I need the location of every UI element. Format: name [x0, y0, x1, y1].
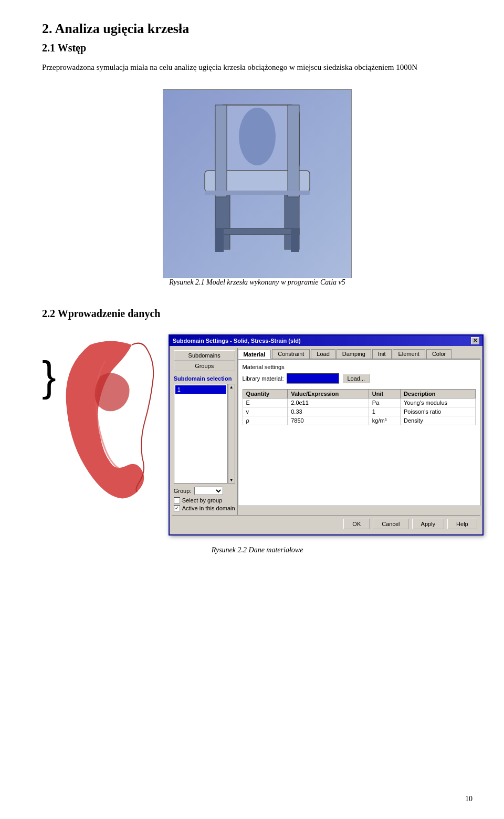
- tab-load[interactable]: Load: [311, 349, 335, 359]
- left-panel: Subdomains Groups Subdomain selection 1 …: [172, 348, 238, 515]
- col-unit: Unit: [369, 389, 400, 398]
- dialog-body: Subdomains Groups Subdomain selection 1 …: [170, 346, 482, 534]
- svg-point-1: [239, 108, 276, 165]
- value-v[interactable]: 0.33: [288, 407, 369, 416]
- tab-content-material: Material settings Library material: Load…: [238, 359, 480, 506]
- select-by-group-row[interactable]: Select by group: [174, 497, 235, 503]
- table-row-rho: ρ 7850 kg/m³ Density: [243, 416, 475, 425]
- chapter-title: 2. Analiza ugięcia krzesła: [42, 21, 472, 37]
- subdomain-scrollbar[interactable]: ▲ ▼: [228, 384, 235, 484]
- col-description: Description: [401, 389, 476, 398]
- subdomain-item[interactable]: 1: [175, 385, 226, 394]
- select-by-group-label: Select by group: [182, 497, 222, 503]
- svg-rect-8: [215, 228, 224, 252]
- unit-rho: kg/m³: [369, 416, 400, 425]
- section1-heading: 2.1 Wstęp: [42, 42, 472, 54]
- tab-element[interactable]: Element: [393, 349, 425, 359]
- desc-v: Poisson's ratio: [401, 407, 476, 416]
- quantity-E: E: [243, 398, 288, 407]
- right-panel: Material Constraint Load Damping Init El…: [238, 348, 480, 515]
- library-material-row: Library material: Load...: [243, 373, 476, 384]
- tab-subdomains[interactable]: Subdomains: [174, 350, 235, 361]
- active-in-domain-row[interactable]: Active in this domain: [174, 505, 235, 511]
- value-E[interactable]: 2.0e11: [288, 398, 369, 407]
- section2-number: 2.2: [42, 308, 55, 319]
- figure1-caption: Rysunek 2.1 Model krzesła wykonany w pro…: [169, 278, 345, 287]
- tab-constraint[interactable]: Constraint: [272, 349, 310, 359]
- unit-E: Pa: [369, 398, 400, 407]
- section1-number: 2.1: [42, 42, 55, 54]
- intro-paragraph: Przeprowadzona symulacja miała na celu a…: [42, 61, 472, 74]
- unit-v: 1: [369, 407, 400, 416]
- help-button[interactable]: Help: [447, 519, 477, 529]
- dialog-window-wrapper: Subdomain Settings - Solid, Stress-Strai…: [169, 334, 484, 536]
- figure2-caption-container: Rysunek 2.2 Dane materiałowe: [42, 546, 472, 554]
- bracket-symbol: }: [42, 355, 56, 397]
- active-in-domain-checkbox[interactable]: [174, 505, 180, 511]
- group-label: Group:: [174, 488, 192, 494]
- group-dropdown[interactable]: [194, 487, 223, 495]
- tab-groups[interactable]: Groups: [174, 361, 235, 371]
- chapter-number: 2.: [42, 21, 52, 36]
- select-by-group-checkbox[interactable]: [174, 497, 180, 503]
- load-button[interactable]: Load...: [342, 374, 370, 383]
- section2-title: Wprowadzenie danych: [58, 308, 161, 319]
- col-quantity: Quantity: [243, 389, 288, 398]
- apply-button[interactable]: Apply: [412, 519, 445, 529]
- svg-rect-5: [215, 105, 227, 197]
- svg-rect-6: [288, 105, 299, 197]
- red-part-image: [58, 334, 163, 502]
- scroll-up-arrow[interactable]: ▲: [229, 385, 234, 390]
- svg-rect-7: [215, 228, 299, 235]
- dialog-window[interactable]: Subdomain Settings - Solid, Stress-Strai…: [169, 334, 484, 536]
- page-number: 10: [465, 795, 472, 803]
- dialog-buttons-row: OK Cancel Apply Help: [172, 515, 480, 532]
- desc-rho: Density: [401, 416, 476, 425]
- dialog-titlebar: Subdomain Settings - Solid, Stress-Strai…: [170, 335, 482, 346]
- svg-rect-9: [291, 228, 299, 252]
- col-value: Value/Expression: [288, 389, 369, 398]
- figure1-container: Rysunek 2.1 Model krzesła wykonany w pro…: [42, 89, 472, 299]
- figure2-caption: Rysunek 2.2 Dane materiałowe: [42, 546, 472, 554]
- value-rho[interactable]: 7850: [288, 416, 369, 425]
- active-in-domain-label: Active in this domain: [182, 505, 235, 511]
- group-row: Group:: [174, 487, 235, 495]
- tab-damping[interactable]: Damping: [337, 349, 371, 359]
- cancel-button[interactable]: Cancel: [373, 519, 408, 529]
- scroll-down-arrow[interactable]: ▼: [229, 478, 234, 482]
- quantity-v: v: [243, 407, 288, 416]
- dialog-title: Subdomain Settings - Solid, Stress-Strai…: [173, 338, 301, 344]
- svg-rect-10: [205, 191, 310, 195]
- section2-heading: 2.2 Wprowadzenie danych: [42, 308, 472, 320]
- table-row-E: E 2.0e11 Pa Young's modulus: [243, 398, 475, 407]
- quantity-rho: ρ: [243, 416, 288, 425]
- tab-init[interactable]: Init: [372, 349, 392, 359]
- library-material-dropdown[interactable]: [287, 373, 339, 384]
- subdomain-list[interactable]: 1: [174, 384, 228, 484]
- ok-button[interactable]: OK: [343, 519, 370, 529]
- chapter-title-text: Analiza ugięcia krzesła: [55, 21, 190, 36]
- chair-image: [163, 89, 352, 278]
- tab-color[interactable]: Color: [426, 349, 452, 359]
- dialog-close-button[interactable]: ✕: [471, 337, 479, 344]
- library-material-label: Library material:: [243, 375, 284, 382]
- material-table: Quantity Value/Expression Unit Descripti…: [243, 389, 476, 425]
- table-row-v: v 0.33 1 Poisson's ratio: [243, 407, 475, 416]
- section1-title: Wstęp: [58, 42, 86, 54]
- tab-material[interactable]: Material: [238, 350, 271, 359]
- top-tabs-row: Material Constraint Load Damping Init El…: [238, 348, 480, 359]
- material-settings-label: Material settings: [243, 364, 476, 370]
- subdomain-selection-label: Subdomain selection: [174, 375, 235, 382]
- desc-E: Young's modulus: [401, 398, 476, 407]
